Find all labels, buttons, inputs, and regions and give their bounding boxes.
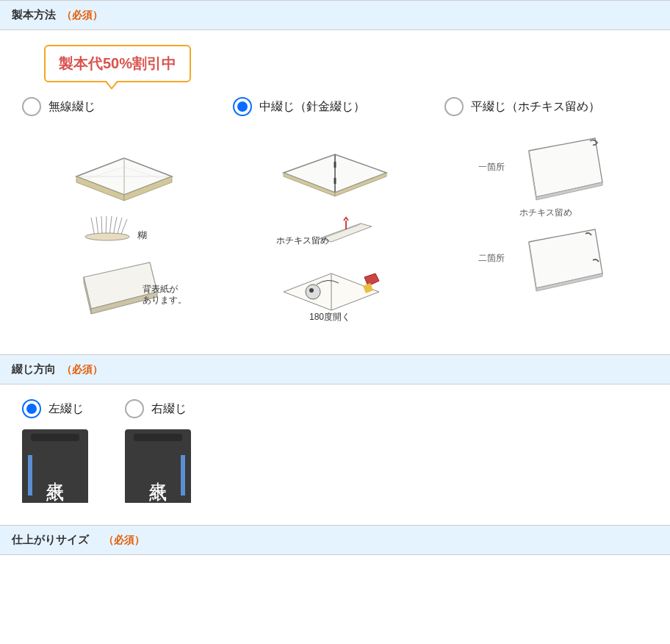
radio-label: 左綴じ xyxy=(48,401,84,417)
binding-option-nakatoji: 中綴じ（針金綴じ） ホチキス留め xyxy=(233,97,436,329)
radio-circle-icon xyxy=(125,399,144,418)
radio-right-bind[interactable]: 右綴じ xyxy=(125,399,191,418)
svg-point-11 xyxy=(85,233,129,240)
direction-option-right: 右綴じ 表紙 xyxy=(125,399,191,503)
section-header-finish-size: 仕上がりサイズ （必須） xyxy=(0,525,670,555)
cover-text: 表紙 xyxy=(43,468,67,473)
promo-bubble: 製本代50%割引中 xyxy=(44,45,191,82)
radio-circle-icon xyxy=(233,97,252,116)
radio-label: 右綴じ xyxy=(151,401,187,417)
cover-right-icon: 表紙 xyxy=(125,429,191,503)
svg-marker-28 xyxy=(529,138,602,197)
required-badge: （必須） xyxy=(62,9,103,22)
direction-option-left: 左綴じ 表紙 xyxy=(22,399,88,503)
one-place-label: 一箇所 xyxy=(478,161,505,173)
radio-label: 中綴じ（針金綴じ） xyxy=(259,99,365,115)
radio-label: 平綴じ（ホチキス留め） xyxy=(471,99,600,115)
section-header-binding-direction: 綴じ方向 （必須） xyxy=(0,354,670,384)
radio-circle-icon xyxy=(22,97,41,116)
radio-label: 無線綴じ xyxy=(48,99,96,115)
radio-musen[interactable]: 無線綴じ xyxy=(22,97,226,116)
binding-option-musen: 無線綴じ xyxy=(22,97,226,332)
spine-label1: 背表紙が xyxy=(143,284,179,294)
spine-label2: あります。 xyxy=(143,295,187,305)
section-title: 仕上がりサイズ xyxy=(12,533,89,547)
binding-options-row: 無線綴じ xyxy=(22,97,648,332)
radio-nakatoji[interactable]: 中綴じ（針金綴じ） xyxy=(233,97,436,116)
radio-circle-icon xyxy=(444,97,464,116)
section-title: 綴じ方向 xyxy=(12,362,56,376)
required-badge: （必須） xyxy=(104,534,145,547)
required-badge: （必須） xyxy=(62,363,103,376)
direction-options-row: 左綴じ 表紙 右綴じ 表紙 xyxy=(22,399,648,503)
illustration-musen: 糊 背表紙が あります。 xyxy=(22,125,226,332)
section-body-binding-direction: 左綴じ 表紙 右綴じ 表紙 xyxy=(0,384,670,525)
radio-circle-icon xyxy=(22,399,41,418)
illustration-hiratoji: 一箇所 ホチキス留め 二箇所 xyxy=(444,125,648,301)
svg-marker-26 xyxy=(364,273,379,286)
promo-text: 製本代50%割引中 xyxy=(59,55,176,71)
glue-label: 糊 xyxy=(137,229,147,240)
binding-option-hiratoji: 平綴じ（ホチキス留め） 一箇所 ホチキス留め 二箇所 xyxy=(444,97,648,301)
svg-line-3 xyxy=(91,218,95,236)
svg-marker-31 xyxy=(529,229,602,288)
staple-label-hira: ホチキス留め xyxy=(519,207,572,219)
section-body-binding-method: 製本代50%割引中 無線綴じ xyxy=(0,30,670,354)
svg-point-25 xyxy=(309,288,314,293)
section-title: 製本方法 xyxy=(12,8,56,22)
cover-text: 表紙 xyxy=(146,468,170,473)
illustration-nakatoji: ホチキス留め 180度開く xyxy=(233,125,436,329)
staple-label-naka: ホチキス留め xyxy=(276,235,329,246)
open-label: 180度開く xyxy=(309,312,350,321)
section-header-binding-method: 製本方法 （必須） xyxy=(0,0,670,30)
radio-left-bind[interactable]: 左綴じ xyxy=(22,399,88,418)
radio-hiratoji[interactable]: 平綴じ（ホチキス留め） xyxy=(444,97,648,116)
two-place-label: 二箇所 xyxy=(478,252,505,265)
svg-line-10 xyxy=(120,219,127,236)
cover-left-icon: 表紙 xyxy=(22,429,88,503)
